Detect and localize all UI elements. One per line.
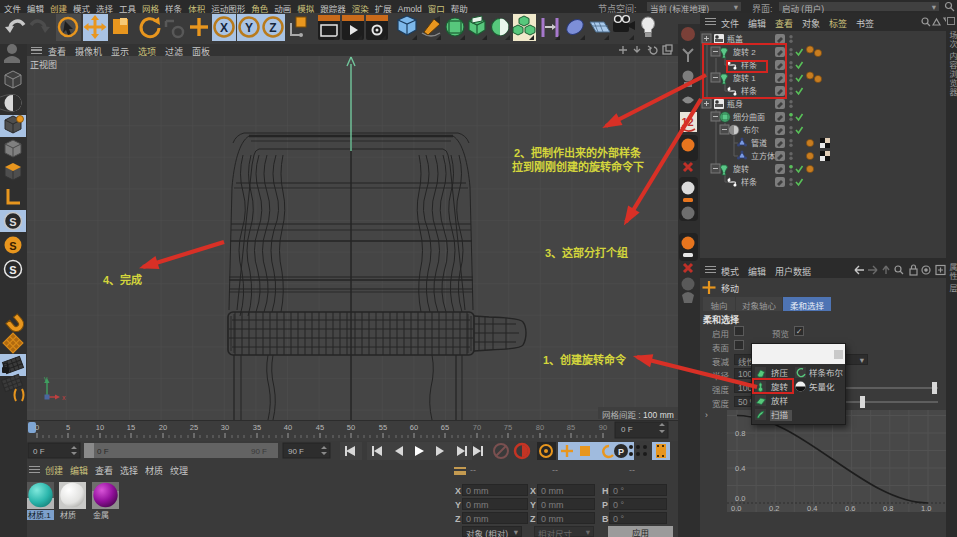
svg-text:25: 25 <box>190 423 198 432</box>
svg-text:40: 40 <box>284 423 292 432</box>
svg-text:0 F: 0 F <box>621 425 633 434</box>
svg-text:S: S <box>9 240 16 252</box>
svg-text:0.4: 0.4 <box>807 504 817 512</box>
svg-text:85: 85 <box>567 423 575 432</box>
svg-text:65: 65 <box>441 423 449 432</box>
svg-text:30: 30 <box>221 423 229 432</box>
svg-text:金属: 金属 <box>93 510 109 520</box>
svg-text:15: 15 <box>127 423 135 432</box>
svg-text:立方体: 立方体 <box>751 151 775 161</box>
svg-text:矢量化: 矢量化 <box>809 382 835 392</box>
svg-text:x: x <box>62 394 66 401</box>
svg-text:5: 5 <box>66 423 70 432</box>
svg-text:20: 20 <box>159 423 167 432</box>
svg-text:Y: Y <box>245 21 253 35</box>
svg-text:布尔: 布尔 <box>743 125 759 135</box>
svg-text:55: 55 <box>379 423 387 432</box>
svg-text:材质: 材质 <box>60 510 76 520</box>
svg-text:S: S <box>9 264 16 276</box>
svg-text:45: 45 <box>316 423 324 432</box>
svg-text:放样: 放样 <box>771 396 789 406</box>
svg-text:y: y <box>44 375 48 383</box>
svg-text:0.0: 0.0 <box>735 494 745 503</box>
svg-text:管道: 管道 <box>751 138 767 148</box>
svg-text:1.0: 1.0 <box>921 504 931 512</box>
svg-text:75: 75 <box>504 423 512 432</box>
svg-text:0 F: 0 F <box>97 447 109 456</box>
svg-text:样条布尔: 样条布尔 <box>809 368 844 378</box>
svg-text:旋转: 旋转 <box>733 164 749 174</box>
svg-text:细分曲面: 细分曲面 <box>733 112 765 122</box>
svg-text:挤压: 挤压 <box>771 368 789 378</box>
svg-text:X: X <box>220 21 228 35</box>
svg-text:S: S <box>9 216 16 228</box>
svg-text:0.2: 0.2 <box>769 504 779 512</box>
svg-text:90 F: 90 F <box>251 447 267 456</box>
svg-text:60: 60 <box>410 423 418 432</box>
svg-text:80: 80 <box>536 423 544 432</box>
svg-text:70: 70 <box>473 423 481 432</box>
svg-text:Z: Z <box>269 21 276 35</box>
svg-text:0.6: 0.6 <box>845 504 855 512</box>
svg-text:0.4: 0.4 <box>735 464 745 473</box>
svg-text:瓶身: 瓶身 <box>727 99 743 109</box>
svg-text:12: 12 <box>682 116 694 128</box>
svg-text:0.0: 0.0 <box>731 504 741 512</box>
svg-text:35: 35 <box>253 423 261 432</box>
svg-text:材质.1: 材质.1 <box>28 510 51 520</box>
svg-text:0.8: 0.8 <box>735 429 745 438</box>
svg-text:P: P <box>618 447 624 457</box>
svg-text:样条: 样条 <box>741 177 757 187</box>
svg-text:50: 50 <box>347 423 355 432</box>
svg-text:10: 10 <box>96 423 104 432</box>
svg-text:0 F: 0 F <box>33 447 45 456</box>
svg-text:0: 0 <box>35 423 39 432</box>
svg-text:扫描: 扫描 <box>771 410 789 420</box>
svg-text:90: 90 <box>599 423 607 432</box>
svg-text:0.8: 0.8 <box>883 504 893 512</box>
svg-text:90 F: 90 F <box>288 447 304 456</box>
